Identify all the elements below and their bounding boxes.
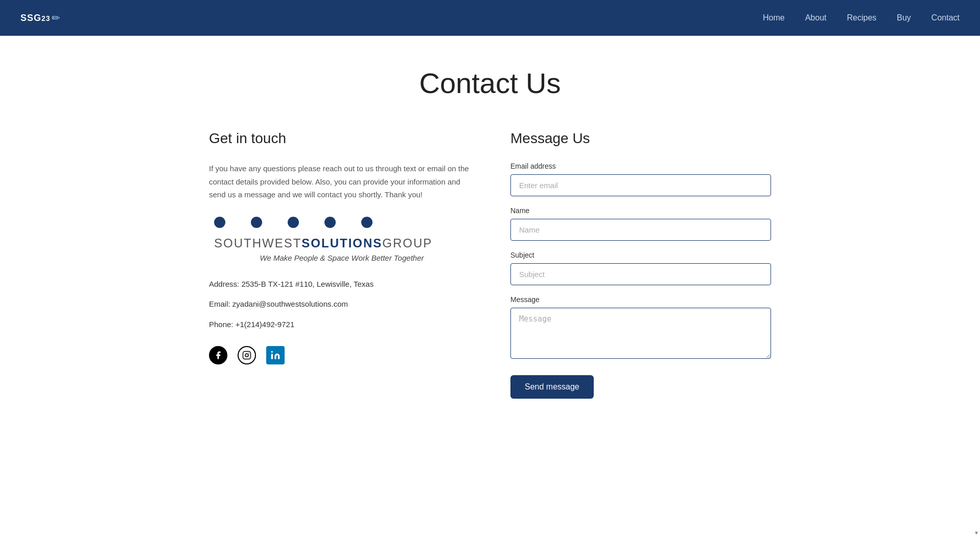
name-input[interactable] bbox=[510, 219, 771, 241]
name-field-label: Name bbox=[510, 206, 771, 215]
logo-year: 23 bbox=[41, 14, 51, 22]
nav-link-contact[interactable]: Contact bbox=[931, 13, 960, 22]
ssg-tagline: We Make People & Space Work Better Toget… bbox=[214, 254, 470, 262]
dot-5 bbox=[361, 217, 372, 228]
address-line: Address: 2535-B TX-121 #110, Lewisville,… bbox=[209, 278, 470, 291]
scroll-arrow-down: ▼ bbox=[974, 530, 979, 536]
ssg-logo-text: SOUTHWESTSOLUTIONSGROUP bbox=[214, 236, 470, 250]
nav-item-about[interactable]: About bbox=[805, 13, 827, 22]
ssg-logo-area: SOUTHWESTSOLUTIONSGROUP We Make People &… bbox=[209, 236, 470, 262]
subject-input[interactable] bbox=[510, 263, 771, 285]
email-line: Email: zyadani@southwestsolutions.com bbox=[209, 297, 470, 311]
dot-4 bbox=[324, 217, 336, 228]
nav-link-about[interactable]: About bbox=[805, 13, 827, 22]
nav-menu: Home About Recipes Buy Contact bbox=[763, 13, 960, 22]
phone-value: +1(214)492-9721 bbox=[236, 320, 295, 329]
address-label: Address: bbox=[209, 280, 239, 288]
dots-row bbox=[209, 217, 470, 228]
svg-point-2 bbox=[248, 353, 249, 354]
ssg-logo-end: GROUP bbox=[382, 236, 432, 250]
email-value: zyadani@southwestsolutions.com bbox=[232, 300, 348, 308]
linkedin-icon[interactable] bbox=[266, 346, 285, 364]
nav-item-buy[interactable]: Buy bbox=[897, 13, 911, 22]
message-field-label: Message bbox=[510, 295, 771, 304]
phone-label: Phone: bbox=[209, 320, 234, 329]
svg-rect-0 bbox=[243, 352, 251, 359]
logo[interactable]: SSG23 ✏ bbox=[20, 12, 60, 24]
svg-point-1 bbox=[245, 354, 248, 357]
subject-field-label: Subject bbox=[510, 251, 771, 259]
svg-rect-3 bbox=[271, 354, 273, 359]
page-title: Contact Us bbox=[209, 66, 771, 100]
email-field-group: Email address bbox=[510, 162, 771, 196]
ssg-logo-bold: SOLUTIONS bbox=[301, 236, 382, 250]
nav-item-recipes[interactable]: Recipes bbox=[847, 13, 876, 22]
dot-3 bbox=[288, 217, 299, 228]
dot-1 bbox=[214, 217, 225, 228]
left-column: Get in touch If you have any questions p… bbox=[209, 130, 470, 399]
address-value: 2535-B TX-121 #110, Lewisville, Texas bbox=[241, 280, 374, 288]
message-field-group: Message bbox=[510, 295, 771, 361]
email-field-label: Email address bbox=[510, 162, 771, 170]
svg-point-4 bbox=[271, 351, 273, 353]
scroll-indicator: ▼ bbox=[973, 530, 980, 536]
phone-line: Phone: +1(214)492-9721 bbox=[209, 318, 470, 331]
contact-details: Address: 2535-B TX-121 #110, Lewisville,… bbox=[209, 278, 470, 331]
ssg-logo-light: SOUTHWEST bbox=[214, 236, 301, 250]
navbar: SSG23 ✏ Home About Recipes Buy Contact bbox=[0, 0, 980, 36]
nav-item-contact[interactable]: Contact bbox=[931, 13, 960, 22]
nav-item-home[interactable]: Home bbox=[763, 13, 785, 22]
nav-link-buy[interactable]: Buy bbox=[897, 13, 911, 22]
email-label: Email: bbox=[209, 300, 230, 308]
social-icons bbox=[209, 346, 470, 364]
get-in-touch-heading: Get in touch bbox=[209, 130, 470, 147]
facebook-icon[interactable] bbox=[209, 346, 227, 364]
main-content: Contact Us Get in touch If you have any … bbox=[158, 36, 822, 429]
send-message-button[interactable]: Send message bbox=[510, 375, 594, 399]
logo-icon: ✏ bbox=[52, 12, 60, 24]
nav-link-recipes[interactable]: Recipes bbox=[847, 13, 876, 22]
description-text: If you have any questions please reach o… bbox=[209, 162, 470, 201]
right-column: Message Us Email address Name Subject Me… bbox=[510, 130, 771, 399]
dot-2 bbox=[251, 217, 262, 228]
instagram-icon[interactable] bbox=[238, 346, 256, 364]
message-us-heading: Message Us bbox=[510, 130, 771, 147]
content-grid: Get in touch If you have any questions p… bbox=[209, 130, 771, 399]
subject-field-group: Subject bbox=[510, 251, 771, 285]
message-textarea[interactable] bbox=[510, 308, 771, 359]
email-input[interactable] bbox=[510, 174, 771, 196]
nav-link-home[interactable]: Home bbox=[763, 13, 785, 22]
name-field-group: Name bbox=[510, 206, 771, 241]
logo-text: SSG23 bbox=[20, 13, 51, 24]
